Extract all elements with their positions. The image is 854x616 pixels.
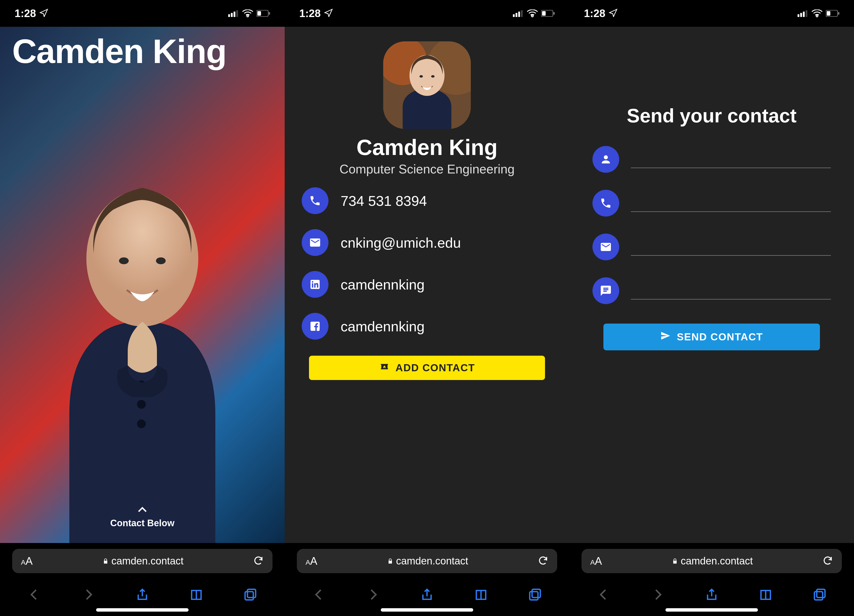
location-icon [324, 7, 333, 20]
message-field-row [592, 278, 831, 304]
add-contact-button[interactable]: ADD CONTACT [309, 356, 545, 380]
contact-card-icon [379, 361, 390, 374]
url-display[interactable]: camden.contact [387, 555, 468, 567]
scroll-hint-label: Contact Below [110, 518, 174, 528]
send-contact-form: Send your contact [569, 27, 854, 543]
tabs-button[interactable] [811, 586, 828, 603]
svg-rect-36 [838, 12, 839, 15]
status-time: 1:28 [584, 7, 605, 20]
svg-rect-30 [798, 14, 799, 17]
message-icon [592, 278, 619, 304]
svg-rect-17 [518, 12, 520, 17]
contact-card: Camden King Computer Science Engineering… [285, 27, 569, 543]
portrait-photo [30, 142, 254, 543]
tabs-button[interactable] [242, 586, 259, 603]
svg-rect-18 [521, 10, 523, 17]
phone-row[interactable]: 734 531 8394 [302, 188, 552, 214]
email-icon [592, 233, 619, 260]
forward-button[interactable] [80, 586, 97, 603]
svg-point-9 [156, 258, 166, 264]
forward-button[interactable] [364, 586, 381, 603]
phone-screen-1: 1:28 Camden King [0, 0, 285, 616]
linkedin-value: camdennking [341, 276, 425, 293]
safari-chrome: AA camden.contact [285, 543, 569, 616]
message-input[interactable] [631, 282, 831, 299]
email-row[interactable]: cnking@umich.edu [302, 229, 552, 256]
wifi-icon [812, 9, 822, 17]
lock-icon [387, 555, 393, 567]
svg-point-26 [419, 75, 423, 78]
form-fields [592, 146, 831, 321]
reload-button[interactable] [822, 555, 833, 567]
svg-rect-16 [515, 13, 517, 17]
svg-point-11 [137, 400, 146, 409]
bookmarks-button[interactable] [473, 586, 490, 603]
url-display[interactable]: camden.contact [671, 555, 753, 567]
avatar [383, 41, 471, 129]
text-size-button[interactable]: AA [590, 555, 602, 567]
facebook-value: camdennking [341, 318, 425, 334]
forward-button[interactable] [649, 586, 666, 603]
text-size-button[interactable]: AA [306, 555, 317, 567]
contact-name: Camden King [285, 135, 569, 160]
wifi-icon [242, 9, 253, 17]
location-icon [40, 7, 48, 20]
location-icon [609, 7, 618, 20]
status-bar: 1:28 [569, 0, 854, 27]
home-indicator[interactable] [665, 608, 758, 611]
linkedin-row[interactable]: camdennking [302, 271, 552, 298]
send-contact-button[interactable]: SEND CONTACT [603, 323, 820, 350]
home-indicator[interactable] [381, 608, 473, 611]
contact-subtitle: Computer Science Engineering [285, 162, 569, 176]
hero-background: Camden King [0, 27, 285, 543]
back-button[interactable] [595, 586, 612, 603]
svg-rect-32 [803, 12, 805, 17]
share-button[interactable] [418, 586, 436, 603]
share-button[interactable] [703, 586, 720, 603]
lock-icon [102, 555, 109, 567]
home-indicator[interactable] [96, 608, 189, 611]
cellular-icon [798, 10, 808, 17]
person-icon [592, 146, 619, 173]
url-bar[interactable]: AA camden.contact [12, 549, 273, 573]
send-contact-label: SEND CONTACT [677, 331, 763, 343]
back-button[interactable] [26, 586, 43, 603]
svg-rect-5 [258, 11, 261, 16]
svg-rect-37 [817, 589, 825, 598]
url-bar[interactable]: AA camden.contact [297, 549, 557, 573]
svg-rect-29 [530, 592, 538, 600]
bookmarks-button[interactable] [757, 586, 774, 603]
phone-input[interactable] [631, 194, 831, 212]
facebook-icon [302, 313, 328, 340]
svg-point-8 [119, 258, 129, 264]
safari-chrome: AA camden.contact [569, 543, 854, 616]
cellular-icon [513, 10, 524, 17]
scroll-hint[interactable]: Contact Below [110, 504, 174, 528]
share-button[interactable] [134, 586, 151, 603]
facebook-row[interactable]: camdennking [302, 313, 552, 340]
name-field-row [592, 146, 831, 173]
tabs-button[interactable] [526, 586, 544, 603]
back-button[interactable] [310, 586, 328, 603]
bookmarks-button[interactable] [188, 586, 205, 603]
reload-button[interactable] [253, 555, 264, 567]
reload-button[interactable] [538, 555, 548, 567]
svg-rect-33 [805, 10, 807, 17]
battery-icon [256, 10, 270, 17]
email-value: cnking@umich.edu [341, 235, 461, 251]
lock-icon [671, 555, 678, 567]
text-size-button[interactable]: AA [21, 555, 33, 567]
url-text: camden.contact [681, 555, 753, 567]
svg-rect-15 [513, 14, 515, 17]
wifi-icon [527, 9, 538, 17]
url-display[interactable]: camden.contact [102, 555, 184, 567]
phone-icon [592, 190, 619, 217]
add-contact-label: ADD CONTACT [396, 362, 475, 374]
name-input[interactable] [631, 151, 831, 168]
email-input[interactable] [631, 238, 831, 256]
svg-rect-13 [247, 589, 256, 598]
battery-icon [826, 10, 839, 17]
url-bar[interactable]: AA camden.contact [581, 549, 842, 573]
linkedin-icon [302, 271, 328, 298]
phone-screen-2: 1:28 [285, 0, 569, 616]
